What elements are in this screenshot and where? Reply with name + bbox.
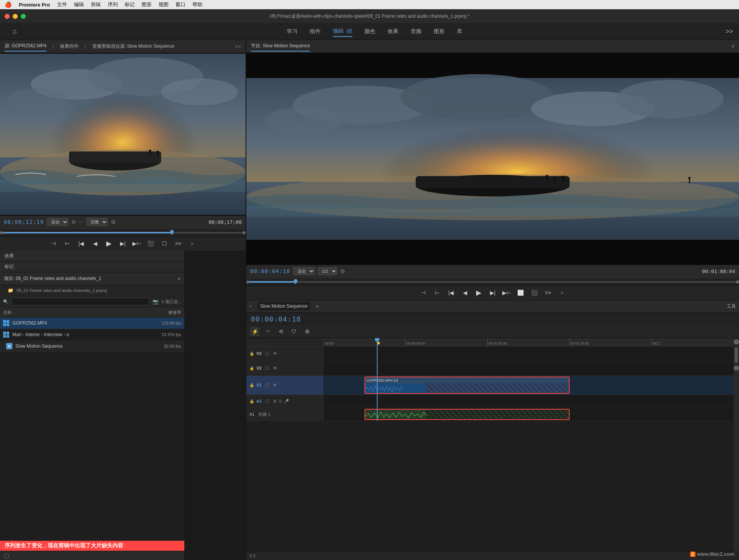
menu-help[interactable]: 帮助	[192, 1, 202, 8]
project-menu-button[interactable]: ≡	[177, 276, 181, 282]
timeline-timecode-value[interactable]: 00:00:04:18	[251, 315, 301, 323]
source-mark-out[interactable]: ⊢	[63, 239, 72, 248]
program-add-btn[interactable]: +	[557, 288, 567, 297]
maximize-button[interactable]	[21, 14, 26, 19]
menu-file[interactable]: 文件	[57, 1, 67, 8]
video-clip[interactable]: GOPR2562.MP4 [V]	[364, 377, 570, 394]
source-go-out[interactable]: ▶⊢	[132, 239, 141, 248]
audio-clip[interactable]	[364, 409, 570, 420]
source-insert[interactable]: ⬛	[146, 239, 155, 248]
menu-sequence[interactable]: 序列	[108, 1, 118, 8]
file-item-sequence[interactable]: ▶ Slow Motion Sequence 30.00 fps	[0, 341, 184, 352]
timeline-tool-magnet[interactable]: ⚡	[250, 327, 259, 336]
menu-marker[interactable]: 标记	[125, 1, 135, 8]
source-mark-in[interactable]: ⊣	[49, 239, 58, 248]
timeline-tool-settings[interactable]: ⚙	[303, 327, 312, 336]
program-tab-sequence[interactable]: 节目: Slow Motion Sequence	[251, 41, 310, 52]
app-name[interactable]: Premiere Pro	[19, 2, 50, 8]
source-progress-bar[interactable]	[0, 228, 246, 236]
source-fit-select[interactable]: 适合	[47, 218, 69, 226]
source-zoom-icon[interactable]: ↔	[79, 219, 83, 225]
a1-m-btn[interactable]: M	[273, 399, 276, 403]
timeline-scrollbar-v[interactable]	[734, 338, 739, 552]
v1-eye-icon[interactable]: 👁	[273, 383, 277, 387]
program-extract[interactable]: ⬛	[530, 288, 539, 297]
source-tabs-more[interactable]: >>	[235, 43, 241, 49]
v1-sync-icon[interactable]: ☐	[264, 382, 271, 388]
v2-sync-icon[interactable]: ☐	[264, 365, 271, 372]
program-progress-bar[interactable]	[246, 278, 739, 285]
source-overwrite[interactable]: ☐	[160, 239, 169, 248]
nav-edit[interactable]: 编辑	[333, 26, 352, 37]
v1-lock-icon[interactable]: 🔒	[249, 383, 254, 387]
nav-assembly[interactable]: 组件	[310, 27, 321, 37]
program-step-back[interactable]: ◀	[460, 288, 470, 297]
program-mark-in[interactable]: ⊣	[419, 288, 428, 297]
timeline-close-icon[interactable]: ×	[249, 304, 252, 308]
source-play-button[interactable]: ▶	[104, 239, 114, 248]
v3-lock-icon[interactable]: 🔒	[249, 352, 254, 356]
close-button[interactable]	[5, 14, 10, 19]
nav-graphics[interactable]: 图形	[434, 27, 445, 37]
program-go-out[interactable]: ▶⊢	[502, 288, 511, 297]
a1-sync-icon[interactable]: ☐	[264, 398, 271, 405]
source-go-in[interactable]: |◀	[77, 239, 86, 248]
new-bin-button[interactable]: 📷	[152, 299, 159, 305]
source-step-back[interactable]: ◀	[90, 239, 100, 248]
apple-menu[interactable]: 🍎	[5, 1, 12, 8]
source-quality-select[interactable]: 完整	[86, 218, 108, 226]
timeline-tool-marker[interactable]: 🛡	[289, 327, 299, 336]
source-settings-button[interactable]: ⚙	[111, 219, 116, 225]
source-tab-effects[interactable]: 效果控件	[60, 42, 79, 51]
program-lift[interactable]: ⬜	[516, 288, 525, 297]
timeline-tab-sequence[interactable]: Slow Motion Sequence	[258, 302, 310, 310]
nav-color[interactable]: 颜色	[364, 27, 375, 37]
timeline-tool-undo[interactable]: ⟲	[276, 327, 286, 336]
nav-learn[interactable]: 学习	[287, 27, 298, 37]
v3-sync-icon[interactable]: ☐	[264, 350, 271, 357]
timeline-menu-button[interactable]: ≡	[316, 303, 319, 309]
file-item-gopr[interactable]: GOPR2562.MP4 119.88 fps	[0, 318, 184, 329]
program-step-fwd[interactable]: ▶|	[488, 288, 497, 297]
minimize-button[interactable]	[13, 14, 18, 19]
a1-lock-icon[interactable]: 🔒	[249, 399, 254, 403]
tools-label[interactable]: 工具	[727, 303, 736, 310]
scroll-circle-top[interactable]	[734, 340, 739, 344]
sort-arrow[interactable]: ↑	[13, 311, 14, 315]
program-quality-select[interactable]: 1/2	[318, 267, 337, 275]
a1-s-btn[interactable]: S	[279, 399, 281, 403]
nav-effects[interactable]: 效果	[388, 27, 398, 37]
timeline-tool-link[interactable]: ⌔	[263, 327, 273, 336]
source-safe-icon[interactable]: ⊞	[72, 219, 75, 225]
menu-clip[interactable]: 剪辑	[91, 1, 101, 8]
program-more-btn[interactable]: >>	[543, 288, 553, 297]
source-tab-audiomix[interactable]: 音频剪辑混合器: Slow Motion Sequence	[92, 42, 174, 51]
menu-view[interactable]: 视图	[159, 1, 169, 8]
nav-audio[interactable]: 音频	[411, 27, 421, 37]
program-go-in[interactable]: |◀	[446, 288, 456, 297]
source-step-fwd[interactable]: ▶|	[118, 239, 127, 248]
source-add-btn[interactable]: +	[187, 239, 197, 248]
program-settings-button[interactable]: ⚙	[340, 268, 345, 274]
source-tab-clip[interactable]: 源: GOPR2562.MP4	[5, 41, 47, 52]
menu-graphics[interactable]: 图形	[142, 1, 152, 8]
v2-eye-icon[interactable]: 👁	[273, 366, 277, 370]
file-item-mari[interactable]: Mari - Interior - Interview - o 23.976 f…	[0, 329, 184, 341]
program-play-button[interactable]: ▶	[474, 288, 483, 297]
menu-window[interactable]: 窗口	[176, 1, 186, 8]
program-fit-select[interactable]: 适合	[293, 267, 315, 275]
nav-more-button[interactable]: >>	[726, 28, 733, 35]
menu-edit[interactable]: 编辑	[74, 1, 84, 8]
scrollbar-thumb[interactable]	[735, 347, 738, 363]
program-timecode-left[interactable]: 00:00:04:18	[250, 268, 290, 274]
home-button[interactable]: ⌂	[6, 23, 23, 40]
program-menu-button[interactable]: ≡	[731, 43, 734, 49]
source-timecode-left[interactable]: 00;00;12;19	[4, 219, 44, 225]
v2-lock-icon[interactable]: 🔒	[249, 366, 254, 370]
source-more-btn[interactable]: >>	[174, 239, 183, 248]
project-search-input[interactable]	[12, 298, 149, 305]
program-mark-out[interactable]: ⊢	[433, 288, 442, 297]
a1-mic-icon[interactable]: 🎤	[284, 399, 289, 404]
v3-eye-icon[interactable]: 👁	[273, 351, 277, 356]
scroll-circle-bottom[interactable]	[734, 366, 739, 370]
